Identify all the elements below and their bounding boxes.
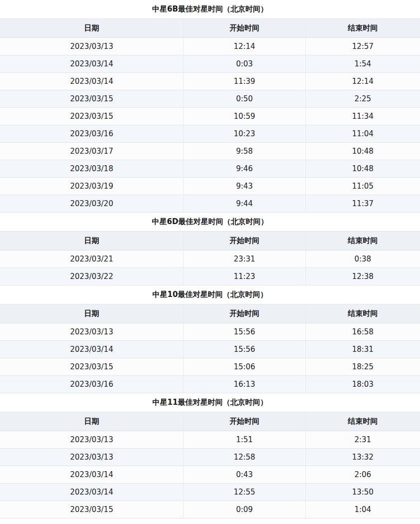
start-time-cell: 23:31 — [184, 251, 305, 268]
date-cell: 2023/03/21 — [0, 251, 184, 268]
date-cell: 2023/03/14 — [0, 341, 184, 358]
table-row: 2023/03/2123:310:38 — [0, 251, 420, 268]
header-row: 日期 开始时间 结束时间 — [0, 304, 420, 323]
satellite-tables-container: 中星6B最佳对星时间（北京时间） 日期 开始时间 结束时间 2023/03/13… — [0, 0, 420, 519]
end-time-cell: 11:34 — [305, 108, 420, 125]
end-time-cell: 13:32 — [305, 449, 420, 466]
table-row: 2023/03/1610:2311:04 — [0, 125, 420, 143]
start-time-cell: 12:55 — [184, 484, 305, 501]
date-cell: 2023/03/14 — [0, 466, 184, 484]
alignment-times-table: 日期 开始时间 结束时间 2023/03/1315:5616:582023/03… — [0, 304, 420, 393]
start-time-cell: 0:50 — [184, 90, 305, 108]
date-cell: 2023/03/18 — [0, 160, 184, 178]
alignment-times-table: 日期 开始时间 结束时间 2023/03/131:512:312023/03/1… — [0, 412, 420, 519]
end-time-cell: 11:05 — [305, 178, 420, 195]
column-header-end-time: 结束时间 — [305, 304, 420, 323]
table-body: 2023/03/2123:310:382023/03/2211:2312:38 — [0, 251, 420, 285]
date-cell: 2023/03/22 — [0, 268, 184, 285]
table-row: 2023/03/1415:5618:31 — [0, 341, 420, 358]
table-row: 2023/03/1412:5513:50 — [0, 484, 420, 501]
date-cell: 2023/03/16 — [0, 125, 184, 143]
table-row: 2023/03/140:432:06 — [0, 466, 420, 484]
table-body: 2023/03/1315:5616:582023/03/1415:5618:31… — [0, 323, 420, 393]
table-row: 2023/03/1315:5616:58 — [0, 323, 420, 341]
table-row: 2023/03/2211:2312:38 — [0, 268, 420, 285]
date-cell: 2023/03/13 — [0, 431, 184, 449]
header-row: 日期 开始时间 结束时间 — [0, 412, 420, 431]
date-cell: 2023/03/14 — [0, 73, 184, 90]
column-header-date: 日期 — [0, 232, 184, 251]
start-time-cell: 15:06 — [184, 358, 305, 376]
start-time-cell: 9:44 — [184, 195, 305, 213]
table-row: 2023/03/1510:5911:34 — [0, 108, 420, 125]
date-cell: 2023/03/15 — [0, 90, 184, 108]
end-time-cell: 10:48 — [305, 160, 420, 178]
table-title: 中星10最佳对星时间（北京时间） — [0, 285, 420, 304]
column-header-date: 日期 — [0, 19, 184, 38]
header-row: 日期 开始时间 结束时间 — [0, 19, 420, 38]
column-header-date: 日期 — [0, 412, 184, 431]
column-header-start-time: 开始时间 — [184, 232, 305, 251]
table-row: 2023/03/189:4610:48 — [0, 160, 420, 178]
column-header-end-time: 结束时间 — [305, 19, 420, 38]
date-cell: 2023/03/20 — [0, 195, 184, 213]
date-cell: 2023/03/13 — [0, 38, 184, 55]
table-row: 2023/03/131:512:31 — [0, 431, 420, 449]
start-time-cell: 10:23 — [184, 125, 305, 143]
column-header-end-time: 结束时间 — [305, 232, 420, 251]
end-time-cell: 2:31 — [305, 431, 420, 449]
table-row: 2023/03/1515:0618:25 — [0, 358, 420, 376]
alignment-times-table: 日期 开始时间 结束时间 2023/03/2123:310:382023/03/… — [0, 232, 420, 285]
table-title: 中星6D最佳对星时间（北京时间） — [0, 213, 420, 232]
end-time-cell: 18:03 — [305, 376, 420, 393]
column-header-start-time: 开始时间 — [184, 412, 305, 431]
table-row: 2023/03/179:5810:48 — [0, 143, 420, 160]
end-time-cell: 2:06 — [305, 466, 420, 484]
table-row: 2023/03/150:091:04 — [0, 501, 420, 519]
end-time-cell: 18:31 — [305, 341, 420, 358]
table-row: 2023/03/1312:1412:57 — [0, 38, 420, 55]
end-time-cell: 0:38 — [305, 251, 420, 268]
start-time-cell: 12:58 — [184, 449, 305, 466]
start-time-cell: 12:14 — [184, 38, 305, 55]
date-cell: 2023/03/17 — [0, 143, 184, 160]
table-row: 2023/03/209:4411:37 — [0, 195, 420, 213]
start-time-cell: 1:51 — [184, 431, 305, 449]
header-row: 日期 开始时间 结束时间 — [0, 232, 420, 251]
start-time-cell: 9:43 — [184, 178, 305, 195]
end-time-cell: 16:58 — [305, 323, 420, 341]
start-time-cell: 11:39 — [184, 73, 305, 90]
start-time-cell: 16:13 — [184, 376, 305, 393]
date-cell: 2023/03/13 — [0, 323, 184, 341]
end-time-cell: 10:48 — [305, 143, 420, 160]
start-time-cell: 15:56 — [184, 323, 305, 341]
table-title: 中星11最佳对星时间（北京时间） — [0, 393, 420, 412]
date-cell: 2023/03/13 — [0, 449, 184, 466]
end-time-cell: 11:04 — [305, 125, 420, 143]
table-row: 2023/03/1411:3912:14 — [0, 73, 420, 90]
table-row: 2023/03/1616:1318:03 — [0, 376, 420, 393]
date-cell: 2023/03/15 — [0, 108, 184, 125]
end-time-cell: 12:38 — [305, 268, 420, 285]
end-time-cell: 13:50 — [305, 484, 420, 501]
date-cell: 2023/03/14 — [0, 55, 184, 73]
start-time-cell: 9:58 — [184, 143, 305, 160]
start-time-cell: 0:09 — [184, 501, 305, 519]
table-row: 2023/03/150:502:25 — [0, 90, 420, 108]
end-time-cell: 1:54 — [305, 55, 420, 73]
date-cell: 2023/03/19 — [0, 178, 184, 195]
table-row: 2023/03/1312:5813:32 — [0, 449, 420, 466]
satellite-table-section: 中星6D最佳对星时间（北京时间） 日期 开始时间 结束时间 2023/03/21… — [0, 213, 420, 285]
column-header-start-time: 开始时间 — [184, 304, 305, 323]
table-body: 2023/03/1312:1412:572023/03/140:031:5420… — [0, 38, 420, 213]
end-time-cell: 11:37 — [305, 195, 420, 213]
start-time-cell: 0:43 — [184, 466, 305, 484]
start-time-cell: 11:23 — [184, 268, 305, 285]
end-time-cell: 12:14 — [305, 73, 420, 90]
satellite-table-section: 中星10最佳对星时间（北京时间） 日期 开始时间 结束时间 2023/03/13… — [0, 285, 420, 393]
start-time-cell: 10:59 — [184, 108, 305, 125]
column-header-start-time: 开始时间 — [184, 19, 305, 38]
end-time-cell: 1:04 — [305, 501, 420, 519]
start-time-cell: 9:46 — [184, 160, 305, 178]
date-cell: 2023/03/14 — [0, 484, 184, 501]
